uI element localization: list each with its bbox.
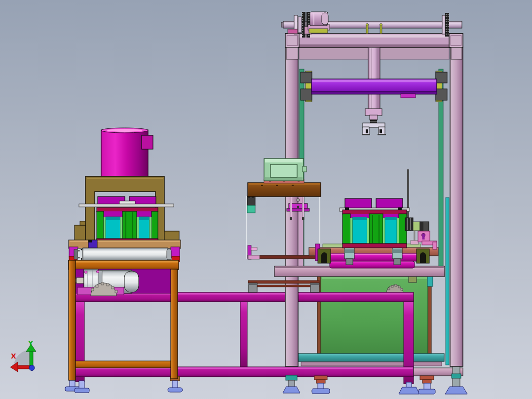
beam-pad	[288, 29, 298, 34]
cabinet-olive-box	[409, 276, 417, 282]
sprocket-icon	[445, 13, 449, 37]
model-canvas[interactable]: X Y	[0, 0, 532, 399]
control-box-window	[270, 164, 297, 177]
z-axis-origin-dot	[29, 365, 35, 371]
maroon-rail	[248, 280, 319, 283]
cad-viewport[interactable]: X Y	[0, 0, 532, 399]
magenta-roller	[330, 261, 415, 268]
cabinet-teal-tab	[427, 276, 433, 286]
cabinet-bottom-strip	[301, 362, 442, 366]
y-axis-label: Y	[28, 339, 34, 347]
green-cabinet[interactable]	[317, 276, 433, 355]
orange-lower-rail	[72, 361, 175, 368]
orange-leg	[69, 260, 76, 380]
left-die-stack	[97, 207, 158, 245]
slide-plate	[79, 204, 174, 207]
mint-control-box[interactable]	[264, 159, 306, 181]
x-axis-label: X	[11, 352, 16, 360]
magenta-post-mid	[240, 300, 247, 368]
gantry-right-leg	[450, 47, 463, 366]
olive-slot-bracket	[318, 249, 331, 263]
cyan-leg-strip	[446, 198, 449, 365]
press-column	[368, 47, 380, 110]
magenta-cylinder-actuator	[101, 130, 148, 176]
teal-base-beam[interactable]	[298, 354, 444, 361]
guide-roller	[74, 248, 171, 261]
teal-sensor-block	[247, 205, 255, 213]
guide-rod	[303, 197, 304, 219]
olive-slot-bracket	[417, 249, 429, 263]
actuator-side-block	[142, 135, 153, 149]
orange-leg	[171, 269, 178, 379]
guide-rod	[290, 197, 292, 219]
